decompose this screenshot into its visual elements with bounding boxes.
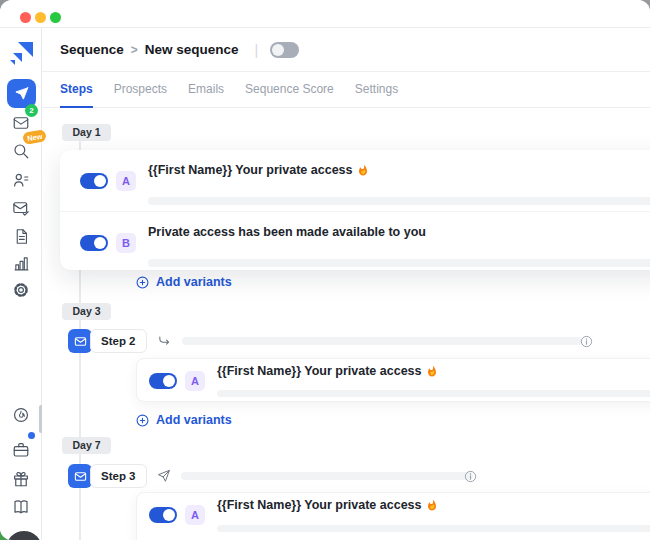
variant-row-b: B Private access has been made available… (60, 212, 650, 273)
sidebar-item-search[interactable]: New (0, 136, 42, 166)
sidebar-item-warm-up[interactable] (0, 400, 42, 430)
tab-settings[interactable]: Settings (355, 72, 398, 108)
inbox-count-badge: 2 (25, 104, 38, 117)
workspace-notification-dot (28, 432, 35, 439)
variant-a-badge: A (185, 505, 205, 525)
breadcrumb-current: New sequence (145, 42, 239, 57)
day-badge-3: Day 3 (62, 303, 111, 320)
fire-emoji (426, 499, 438, 512)
email-subject[interactable]: {{First Name}} Your private access (148, 163, 369, 177)
sidebar-item-rewards[interactable] (0, 464, 42, 494)
plus-circle-icon (136, 414, 149, 427)
document-icon (13, 228, 30, 245)
minimize-window-button[interactable] (35, 12, 46, 23)
sequence-activate-toggle[interactable] (270, 42, 299, 58)
step-summary-skeleton (182, 337, 582, 345)
day-badge-7: Day 7 (62, 437, 111, 454)
email-subject[interactable]: {{First Name}} Your private access (217, 498, 438, 512)
gift-icon (12, 470, 30, 488)
variant-a-toggle[interactable] (149, 373, 177, 389)
sidebar-item-sequences[interactable] (0, 78, 42, 108)
email-preview-skeleton (148, 197, 650, 205)
book-icon (12, 498, 30, 516)
envelope-icon (74, 335, 87, 348)
sequence-timeline: Day 1 A {{First Name}} Your private acce… (42, 108, 650, 540)
sidebar-item-sent-emails[interactable] (0, 193, 42, 223)
sidebar-item-settings[interactable] (0, 275, 42, 305)
plus-circle-icon (136, 276, 149, 289)
tab-bar: Steps Prospects Emails Sequence Score Se… (42, 72, 650, 108)
app-logo-icon[interactable] (9, 40, 35, 66)
step-3-header: Step 3 (68, 464, 473, 488)
bar-chart-icon (13, 255, 30, 272)
fire-emoji (426, 365, 438, 378)
toggle-knob (163, 509, 175, 521)
close-window-button[interactable] (20, 12, 31, 23)
variant-b-badge: B (116, 233, 136, 253)
header-divider: | (255, 42, 259, 58)
paper-plane-icon (14, 86, 29, 101)
app-window: 2 New (0, 0, 650, 540)
envelope-icon (74, 470, 87, 483)
step-2-header: Step 2 (68, 329, 582, 353)
tab-sequence-score[interactable]: Sequence Score (245, 72, 334, 108)
toggle-knob (94, 237, 106, 249)
envelope-check-icon (12, 199, 30, 217)
gear-icon (12, 281, 30, 299)
tab-prospects[interactable]: Prospects (114, 72, 167, 108)
toggle-knob (272, 44, 284, 56)
step-2-label[interactable]: Step 2 (90, 329, 147, 353)
email-preview-skeleton (217, 390, 650, 397)
tab-steps[interactable]: Steps (60, 72, 93, 108)
variant-a-badge: A (185, 371, 205, 391)
step-2-card: A {{First Name}} Your private access (136, 358, 650, 402)
breadcrumb-separator: > (131, 43, 138, 57)
sidebar: 2 New (0, 28, 42, 540)
step-3-card: A {{First Name}} Your private access (136, 492, 650, 540)
variant-a-toggle[interactable] (149, 507, 177, 523)
variant-a-badge: A (116, 171, 136, 191)
step-3-label[interactable]: Step 3 (90, 464, 147, 488)
tab-emails[interactable]: Emails (188, 72, 224, 108)
sidebar-item-workspace[interactable] (0, 435, 42, 465)
titlebar (0, 0, 650, 28)
briefcase-icon (12, 441, 30, 459)
sidebar-item-contacts[interactable] (0, 165, 42, 195)
variant-row-a: A {{First Name}} Your private access (60, 150, 650, 211)
step-1-card: A {{First Name}} Your private access B P… (60, 150, 650, 270)
variant-a-toggle[interactable] (80, 173, 108, 189)
variant-row-a: A {{First Name}} Your private access (137, 493, 650, 537)
zoom-window-button[interactable] (50, 12, 61, 23)
day-badge-1: Day 1 (62, 124, 111, 141)
step-summary-skeleton (181, 472, 473, 480)
variant-b-toggle[interactable] (80, 235, 108, 251)
person-list-icon (12, 171, 30, 189)
flame-circle-icon (12, 406, 30, 424)
breadcrumb-root[interactable]: Sequence (60, 42, 124, 57)
email-step-icon[interactable] (68, 329, 92, 353)
email-preview-skeleton (217, 525, 650, 532)
screenshot-stage: 2 New (0, 0, 650, 540)
fire-emoji (357, 164, 369, 177)
envelope-icon (12, 114, 30, 132)
sidebar-item-templates[interactable] (0, 221, 42, 251)
email-subject[interactable]: {{First Name}} Your private access (217, 364, 438, 378)
email-subject[interactable]: Private access has been made available t… (148, 225, 426, 239)
magnifier-icon (12, 142, 30, 160)
toggle-knob (163, 375, 175, 387)
page-header: Sequence > New sequence | (42, 28, 650, 72)
sidebar-item-resources[interactable] (0, 492, 42, 522)
sidebar-item-analytics[interactable] (0, 248, 42, 278)
toggle-knob (94, 175, 106, 187)
email-step-icon[interactable] (68, 464, 92, 488)
email-preview-skeleton (148, 259, 650, 267)
info-icon[interactable] (580, 335, 593, 348)
add-variants-link[interactable]: Add variants (136, 275, 232, 289)
reply-arrow-icon (157, 334, 172, 348)
send-plane-icon (157, 469, 171, 483)
add-variants-link[interactable]: Add variants (136, 413, 232, 427)
info-icon[interactable] (464, 470, 477, 483)
variant-row-a: A {{First Name}} Your private access (137, 359, 650, 403)
